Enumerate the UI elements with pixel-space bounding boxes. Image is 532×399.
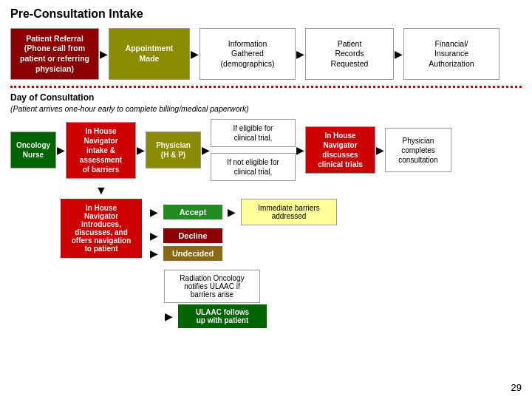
decline-button[interactable]: Decline bbox=[163, 228, 222, 243]
top-row: Patient Referral (Phone call from patien… bbox=[10, 28, 522, 80]
arrow-2: ▶ bbox=[190, 48, 200, 60]
arrow-7: ▶ bbox=[201, 144, 211, 156]
ulaac-follows-box: ULAAC follows up with patient bbox=[178, 304, 267, 328]
day-label: Day of Consultation bbox=[10, 92, 522, 103]
if-eligible-box: If eligible for clinical trial, bbox=[211, 119, 296, 147]
arrow-8: ▶ bbox=[296, 144, 305, 156]
accept-button[interactable]: Accept bbox=[163, 205, 222, 219]
page-title: Pre-Consultation Intake bbox=[10, 7, 522, 21]
arrow-3: ▶ bbox=[296, 48, 305, 60]
arrow-4: ▶ bbox=[394, 48, 403, 60]
in-house-nav-discusses-box: In House Navigator discusses clinical tr… bbox=[305, 126, 375, 174]
dotted-separator bbox=[10, 86, 522, 88]
immediate-barriers-box: Immediate barriers addressed bbox=[241, 199, 337, 225]
appointment-made-box: Appointment Made bbox=[109, 28, 190, 80]
arrow-barriers: ▶ bbox=[227, 206, 236, 218]
information-gathered-box: Information Gathered (demographics) bbox=[200, 28, 296, 80]
arrow-5: ▶ bbox=[56, 144, 66, 156]
oncology-nurse-box: Oncology Nurse bbox=[10, 132, 56, 168]
page-number: 29 bbox=[511, 382, 522, 393]
in-house-navigator-box: In House Navigator intake & assessment o… bbox=[66, 122, 136, 179]
page: Pre-Consultation Intake Patient Referral… bbox=[0, 0, 532, 399]
undecided-button[interactable]: Undecided bbox=[163, 246, 222, 261]
physician-hp-box: Physician (H & P) bbox=[146, 132, 201, 168]
radiation-oncology-box: Radiation Oncology notifies ULAAC if bar… bbox=[164, 270, 260, 303]
in-house-nav-intro-box: In House Navigator introduces, discusses… bbox=[61, 199, 142, 258]
arrow-ulaac: ▶ bbox=[164, 310, 174, 322]
patient-referral-box: Patient Referral (Phone call from patien… bbox=[10, 28, 99, 80]
financial-auth-box: Financial/ Insurance Authorization bbox=[403, 28, 499, 80]
arrow-9: ▶ bbox=[375, 144, 385, 156]
day-sublabel: (Patient arrives one-hour early to compl… bbox=[10, 104, 522, 113]
arrow-decline: ▶ bbox=[149, 230, 159, 242]
arrow-1: ▶ bbox=[99, 48, 109, 60]
eligibility-stacked: If eligible for clinical trial, If not e… bbox=[211, 119, 296, 181]
arrow-undecided: ▶ bbox=[149, 248, 159, 259]
arrow-6: ▶ bbox=[136, 144, 146, 156]
patient-records-box: Patient Records Requested bbox=[305, 28, 394, 80]
arrow-accept: ▶ bbox=[149, 206, 159, 218]
physician-completes-box: Physician completes consultation bbox=[385, 128, 451, 172]
down-arrow-1: ▼ bbox=[95, 184, 107, 197]
if-not-eligible-box: If not eligible for clinical trial, bbox=[211, 153, 296, 181]
